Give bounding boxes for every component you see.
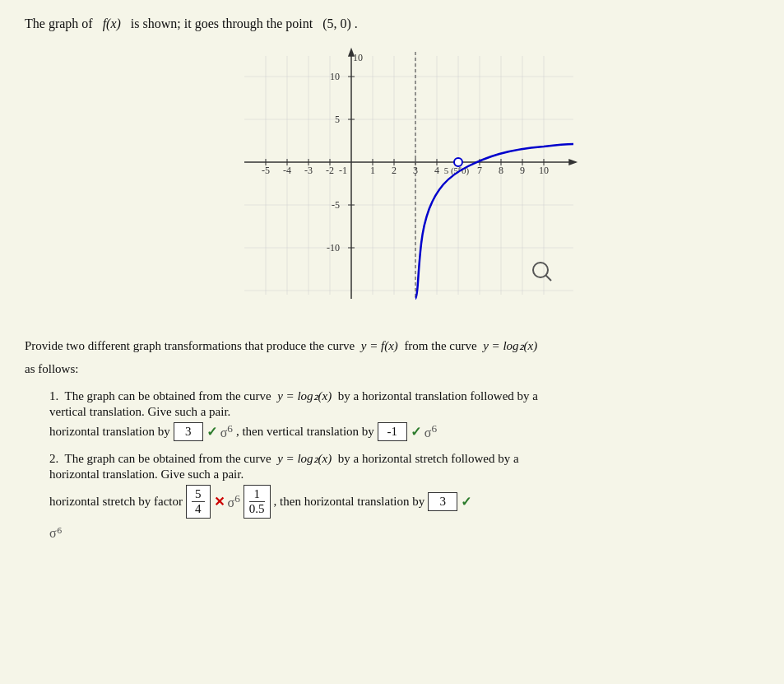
intro-text: The graph of f(x) is shown; it goes thro… (25, 16, 759, 31)
item2-decimal-top: 1 (253, 487, 260, 501)
item2-cross[interactable]: ✕ (214, 494, 225, 510)
item1-label-v: , then vertical translation by (236, 425, 374, 439)
sigma-bottom-icon[interactable]: σ⁶ (49, 526, 62, 540)
svg-text:-4: -4 (283, 165, 291, 176)
svg-text:9: 9 (520, 165, 525, 176)
intro-before: The graph of (25, 16, 93, 30)
item2-answer-row: horizontal stretch by factor 5 4 ✕ σ6 1 … (49, 485, 759, 519)
item1-block: 1. The graph can be obtained from the cu… (49, 389, 759, 441)
item1-label-h: horizontal translation by (49, 425, 170, 439)
item2-value-ht[interactable]: 3 (428, 492, 457, 511)
item2-curve: y = log₂(x) (277, 452, 332, 465)
item1-title: 1. The graph can be obtained from the cu… (49, 389, 759, 403)
intro-func: f(x) (103, 16, 121, 30)
svg-text:-1: -1 (339, 165, 347, 176)
svg-text:2: 2 (392, 165, 397, 176)
graph-svg: -5 -4 -3 -2 -1 1 2 3 4 5 (5⁶0) 7 8 9 10 … (179, 40, 606, 319)
svg-text:10: 10 (330, 71, 340, 82)
question-base: y = log₂(x) (483, 339, 537, 352)
item1-check2[interactable]: ✓ (411, 424, 421, 440)
item1-answer-row: horizontal translation by 3 ✓ σ6 , then … (49, 422, 759, 441)
point-marker (454, 158, 462, 166)
item2-check[interactable]: ✓ (461, 494, 471, 510)
svg-text:1: 1 (370, 165, 375, 176)
svg-text:7: 7 (477, 165, 482, 176)
item2-decimal: 1 0.5 (244, 485, 271, 519)
svg-text:4: 4 (434, 165, 439, 176)
question-tail: as follows: (25, 359, 759, 379)
graph-container: -5 -4 -3 -2 -1 1 2 3 4 5 (5⁶0) 7 8 9 10 … (25, 40, 759, 319)
svg-text:-3: -3 (304, 165, 313, 176)
item1-sigma2[interactable]: σ6 (424, 422, 437, 440)
question-intro: Provide two different graph transformati… (25, 336, 759, 356)
item2-title: 2. The graph can be obtained from the cu… (49, 451, 759, 466)
item2-label-ht: , then horizontal translation by (274, 495, 425, 509)
item1-curve: y = log₂(x) (277, 389, 332, 402)
item2-sigma[interactable]: σ6 (228, 492, 240, 510)
question-block: Provide two different graph transformati… (25, 336, 759, 379)
svg-text:5: 5 (335, 114, 340, 125)
svg-text:10: 10 (539, 165, 549, 176)
intro-point: (5, 0) (322, 16, 351, 30)
svg-text:-5: -5 (262, 165, 270, 176)
intro-after: is shown; it goes through the point (131, 16, 313, 30)
item1-check[interactable]: ✓ (206, 424, 217, 440)
item1-value-v[interactable]: -1 (378, 422, 407, 441)
svg-text:-10: -10 (327, 242, 340, 254)
item2-label-hs: horizontal stretch by factor (49, 495, 183, 509)
item2-sigma-bottom[interactable]: σ⁶ (49, 525, 759, 541)
svg-text:8: 8 (499, 165, 503, 176)
svg-text:10: 10 (353, 52, 363, 63)
item2-desc2: horizontal translation. Give such a pair… (49, 468, 759, 482)
question-func: y = f(x) (361, 339, 398, 352)
item1-sigma[interactable]: σ6 (220, 422, 233, 440)
item2-numerator: 5 (192, 487, 205, 502)
item1-desc2: vertical translation. Give such a pair. (49, 405, 759, 419)
item2-block: 2. The graph can be obtained from the cu… (49, 451, 759, 541)
item2-fraction[interactable]: 5 4 (186, 485, 211, 519)
svg-text:-2: -2 (326, 165, 334, 176)
item1-value-h[interactable]: 3 (174, 422, 203, 441)
item2-denominator: 4 (192, 502, 205, 516)
svg-text:-5: -5 (332, 199, 340, 211)
item2-decimal-bot: 0.5 (249, 501, 265, 516)
